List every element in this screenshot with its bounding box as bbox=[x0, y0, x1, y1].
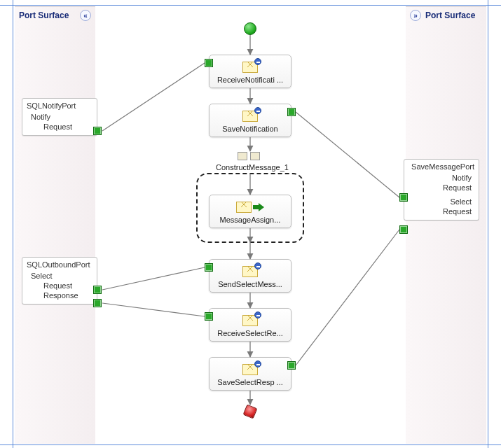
svg-line-12 bbox=[102, 303, 205, 316]
svg-line-11 bbox=[102, 267, 205, 290]
svg-line-13 bbox=[296, 230, 399, 365]
orchestration-designer-canvas[interactable]: Port Surface « » Port Surface SQLNotifyP… bbox=[0, 0, 501, 448]
svg-line-10 bbox=[296, 112, 399, 197]
connector-layer bbox=[0, 0, 501, 448]
svg-line-9 bbox=[102, 63, 205, 131]
